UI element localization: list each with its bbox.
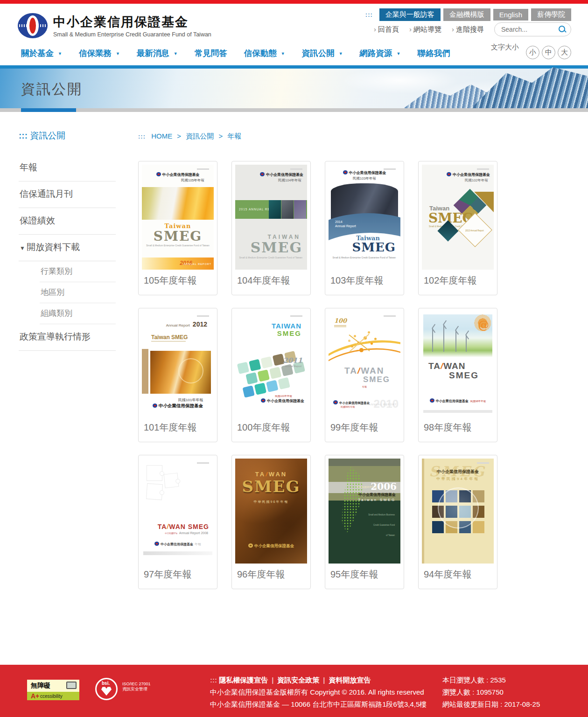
search-box xyxy=(494,22,571,36)
smeg-logo-icon xyxy=(447,172,451,176)
quick-links-row: 回首頁 網站導覽 進階搜尋 xyxy=(374,22,571,36)
report-card-101[interactable]: Annual Report2012 Taiwan SMEG 民國101年年報 中… xyxy=(138,308,217,442)
site-logo[interactable]: 中小企業信用保證基金 Small & Medium Enterprise Cre… xyxy=(18,13,211,38)
banner-photo: 資訊公開 xyxy=(0,69,588,108)
breadcrumb-separator: > xyxy=(177,132,181,140)
font-size-medium-button[interactable]: 中 xyxy=(542,46,555,59)
nav-about[interactable]: 關於基金 xyxy=(21,48,62,59)
top-red-strip xyxy=(0,0,588,4)
sidebar-item-monthly[interactable]: 信保通訊月刊 xyxy=(19,181,116,208)
smeg-logo-icon xyxy=(343,170,348,174)
smeg-logo-icon xyxy=(156,172,161,176)
sidebar-item-policy[interactable]: 政策宣導執行情形 xyxy=(19,324,116,351)
tab-english[interactable]: English xyxy=(493,9,528,21)
report-grid: 中小企業信用保證基金 民國105年年報 Taiwan SMEG Small & … xyxy=(138,161,497,589)
report-cover-99: 100 TA/WAN SMEG 年報 2010 ANNUAL REPORT 中小… xyxy=(329,312,400,417)
stat-today-visitors: 本日瀏覽人數 : 2535 xyxy=(442,674,540,686)
banner-top-line xyxy=(0,65,588,69)
footer-link-open-data[interactable]: 資料開放宣告 xyxy=(329,676,371,684)
report-card-100[interactable]: TAIWAN SMEG 2011 Annual Report 民國100年年報 … xyxy=(231,308,311,442)
sidebar-item-annual-report[interactable]: 年報 xyxy=(19,155,116,181)
report-card-105[interactable]: 中小企業信用保證基金 民國105年年報 Taiwan SMEG Small & … xyxy=(138,161,217,295)
audience-tabs: ::: 企業與一般訪客 金融機構版 English 薪傳學院 xyxy=(365,8,571,21)
report-title: 99年度年報 xyxy=(329,417,400,434)
nav-contact[interactable]: 聯絡我們 xyxy=(418,48,450,59)
site-title-block: 中小企業信用保證基金 Small & Medium Enterprise Cre… xyxy=(53,14,211,38)
report-card-94[interactable]: SMEG 中小企業信用保證基金 中華民國94年年報 94年度年報 xyxy=(418,455,497,589)
tab-academy[interactable]: 薪傳學院 xyxy=(531,8,571,21)
globe-overlay xyxy=(438,487,479,529)
report-card-97[interactable]: TA/WAN SMEG 中華民國97年Annual Report 2008 中小… xyxy=(138,455,217,589)
breadcrumb: ::: HOME > 資訊公開 > 年報 xyxy=(138,132,241,141)
smeg-logo-icon xyxy=(333,400,338,404)
report-card-103[interactable]: 中小企業信用保證基金 民國103年年報 2014Annual Report Ta… xyxy=(325,161,404,295)
font-size-control: 文字大小 小 中 大 xyxy=(491,42,571,59)
report-title: 105年度年報 xyxy=(142,270,214,287)
link-home[interactable]: 回首頁 xyxy=(374,25,399,34)
building-shape-large xyxy=(471,67,588,108)
stat-total-visitors: 瀏覽人數 : 1095750 xyxy=(442,686,540,698)
nav-public-info[interactable]: 資訊公開 xyxy=(302,48,343,59)
sidebar-open-data-sublist: 行業類別 地區別 組織類別 xyxy=(40,261,116,324)
footer-badges: 無障礙 A+ ccessibility bsi. ISO/IEC 27001資訊… xyxy=(27,678,151,702)
smeg-logo-icon xyxy=(260,172,265,176)
bsi-iso-badge[interactable]: bsi. ISO/IEC 27001資訊安全管理 xyxy=(95,678,151,702)
nav-news[interactable]: 最新消息 xyxy=(137,48,178,59)
smeg-logo-icon xyxy=(154,542,159,546)
smeg-logo-icon xyxy=(248,543,253,548)
sidebar-item-open-data[interactable]: 開放資料下載 xyxy=(19,235,116,261)
search-icon[interactable] xyxy=(559,26,566,33)
accessibility-badge[interactable]: 無障礙 A+ ccessibility xyxy=(27,680,79,700)
report-cover-98: @ TA/WAN SMEG 中小企業信用保證基金民國98年年報 xyxy=(422,312,494,417)
breadcrumb-level1[interactable]: 資訊公開 xyxy=(186,132,214,140)
report-cover-95: 中華民國95年年報 2006 中小企業信用保證基金 Taiwan SMEG Sm… xyxy=(329,459,400,564)
stat-last-updated: 網站最後更新日期 : 2017-08-25 xyxy=(442,698,540,710)
sidebar-subitem-industry[interactable]: 行業類別 xyxy=(40,261,116,282)
nav-web-resources[interactable]: 網路資源 xyxy=(360,48,401,59)
link-advanced-search[interactable]: 進階搜尋 xyxy=(452,25,484,34)
breadcrumb-separator: > xyxy=(218,132,223,140)
site-subtitle: Small & Medium Enterprise Credit Guarant… xyxy=(53,31,211,38)
report-title: 100年度年報 xyxy=(235,417,307,434)
font-size-large-button[interactable]: 大 xyxy=(558,46,571,59)
report-title: 103年度年報 xyxy=(329,270,400,287)
footer-address: 中小企業信用保證基金 — 10066 台北市中正區羅斯福路1段6號3,4,5樓 xyxy=(210,698,427,710)
smeg-logo-icon xyxy=(18,13,48,38)
report-card-95[interactable]: 中華民國95年年報 2006 中小企業信用保證基金 Taiwan SMEG Sm… xyxy=(325,455,404,589)
report-title: 95年度年報 xyxy=(329,564,400,581)
report-title: 94年度年報 xyxy=(422,564,494,581)
sidebar-subitem-organization[interactable]: 組織類別 xyxy=(40,303,116,324)
report-cover-94: SMEG 中小企業信用保證基金 中華民國94年年報 xyxy=(422,459,494,564)
main-nav: 關於基金 信保業務 最新消息 常見問答 信保動態 資訊公開 網路資源 聯絡我們 xyxy=(21,48,467,59)
breadcrumb-home[interactable]: HOME xyxy=(151,132,172,140)
tab-general-visitor[interactable]: 企業與一般訪客 xyxy=(379,8,441,21)
footer-link-security[interactable]: 資訊安全政策 xyxy=(277,676,319,684)
report-card-99[interactable]: 100 TA/WAN SMEG 年報 2010 ANNUAL REPORT 中小… xyxy=(325,308,404,442)
report-card-104[interactable]: 中小企業信用保證基金 民國104年年報 2015 ANNUAL REPORT T… xyxy=(231,161,311,295)
footer-link-privacy[interactable]: 隱私權保護宣告 xyxy=(219,676,268,684)
tab-financial-institution[interactable]: 金融機構版 xyxy=(443,8,490,21)
sidebar-subitem-region[interactable]: 地區別 xyxy=(40,282,116,303)
nav-guarantee-business[interactable]: 信保業務 xyxy=(79,48,120,59)
link-sitemap[interactable]: 網站導覽 xyxy=(409,25,441,34)
search-input[interactable] xyxy=(501,25,555,34)
sidebar-item-performance[interactable]: 保證績效 xyxy=(19,208,116,235)
smeg-logo-icon xyxy=(261,398,266,403)
sidebar: 資訊公開 年報 信保通訊月刊 保證績效 開放資料下載 行業類別 地區別 組織類別… xyxy=(19,130,116,351)
footer: 無障礙 A+ ccessibility bsi. ISO/IEC 27001資訊… xyxy=(0,665,588,717)
breadcrumb-level2[interactable]: 年報 xyxy=(227,132,241,140)
nav-developments[interactable]: 信保動態 xyxy=(244,48,285,59)
nav-faq[interactable]: 常見問答 xyxy=(195,48,227,59)
font-size-label: 文字大小 xyxy=(491,43,519,52)
footer-links: 隱私權保護宣告|資訊安全政策|資料開放宣告 xyxy=(210,674,427,686)
site-title: 中小企業信用保證基金 xyxy=(53,14,211,30)
report-card-96[interactable]: TA/WAN SMEG 中華民國96年年報 中小企業信用保證基金 96年度年報 xyxy=(231,455,311,589)
report-title: 102年度年報 xyxy=(422,270,494,287)
report-card-98[interactable]: @ TA/WAN SMEG 中小企業信用保證基金民國98年年報 98年度年報 xyxy=(418,308,497,442)
report-card-102[interactable]: 中小企業信用保證基金 民國102年年報 Taiwan SMEG Small & … xyxy=(418,161,497,295)
smeg-logo-icon xyxy=(153,404,157,408)
banner-underline-accent xyxy=(21,108,76,112)
font-size-small-button[interactable]: 小 xyxy=(526,46,539,59)
breadcrumb-skip-icon: ::: xyxy=(138,133,146,140)
accessibility-device-icon xyxy=(66,682,77,689)
